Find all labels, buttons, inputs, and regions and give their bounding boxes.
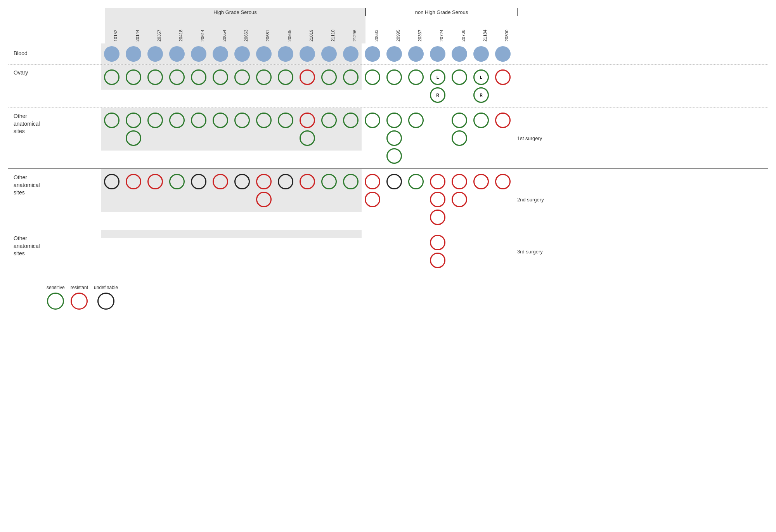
- patient-id-20800: 20800: [496, 16, 518, 43]
- blood-row-label: Blood: [8, 48, 101, 60]
- blood-nhgs-2: [383, 43, 405, 64]
- patient-id-20663: 20663: [235, 16, 257, 43]
- legend-undefinable-circle: [97, 293, 114, 310]
- patient-id-21296: 21296: [344, 16, 365, 43]
- blood-hgs-2: [123, 43, 144, 64]
- patient-id-20654: 20654: [213, 16, 235, 43]
- patient-id-20614: 20614: [192, 16, 213, 43]
- blood-hgs-12: [340, 43, 362, 64]
- patient-id-10152: 10152: [105, 16, 126, 43]
- blood-hgs-5: [188, 43, 210, 64]
- blood-hgs-10: [296, 43, 318, 64]
- blood-hgs-11: [318, 43, 340, 64]
- patient-id-20367: 20367: [409, 16, 431, 43]
- legend: sensitive resistant undefinable: [47, 285, 768, 310]
- hgs-group-label: High Grade Serous: [105, 8, 365, 16]
- nhgs-group-label: non High Grade Serous: [365, 8, 518, 16]
- patient-id-20418: 20418: [170, 16, 192, 43]
- patient-id-21019: 21019: [300, 16, 322, 43]
- other-sites-3rd-label: Other anatomical sites: [8, 230, 101, 262]
- blood-nhgs-6: [470, 43, 492, 64]
- patient-id-20144: 20144: [126, 16, 148, 43]
- blood-nhgs-5: [449, 43, 470, 64]
- patient-id-20738: 20738: [452, 16, 474, 43]
- ovary-row-label: Ovary: [8, 65, 101, 80]
- patient-id-20724: 20724: [431, 16, 452, 43]
- blood-hgs-6: [210, 43, 231, 64]
- surgery-2nd-right-label: 2nd surgery: [514, 169, 544, 230]
- blood-hgs-9: [275, 43, 296, 64]
- patient-id-20683: 20683: [365, 16, 387, 43]
- blood-nhgs-1: [362, 43, 383, 64]
- legend-sensitive-circle: [47, 293, 64, 310]
- patient-id-20935: 20935: [279, 16, 300, 43]
- blood-hgs-3: [144, 43, 166, 64]
- blood-hgs-8: [253, 43, 275, 64]
- blood-nhgs-3: [405, 43, 427, 64]
- blood-hgs-7: [231, 43, 253, 64]
- legend-undefinable-label: undefinable: [94, 285, 118, 290]
- blood-hgs-1: [101, 43, 123, 64]
- patient-id-20681: 20681: [257, 16, 279, 43]
- blood-nhgs-4: [427, 43, 449, 64]
- other-sites-1st-label: Other anatomical sites: [8, 108, 101, 139]
- blood-hgs-4: [166, 43, 188, 64]
- legend-sensitive-label: sensitive: [47, 285, 65, 290]
- patient-id-21110: 21110: [322, 16, 344, 43]
- patient-id-20995: 20995: [387, 16, 409, 43]
- surgery-1st-right-label: 1st surgery: [514, 108, 542, 168]
- legend-resistant-label: resistant: [71, 285, 88, 290]
- other-sites-2nd-label: Other anatomical sites: [8, 169, 101, 201]
- blood-nhgs-7: [492, 43, 514, 64]
- patient-id-21184: 21184: [474, 16, 496, 43]
- surgery-3rd-right-label: 3rd surgery: [514, 230, 543, 273]
- legend-resistant-circle: [71, 293, 88, 310]
- patient-id-20357: 20357: [148, 16, 170, 43]
